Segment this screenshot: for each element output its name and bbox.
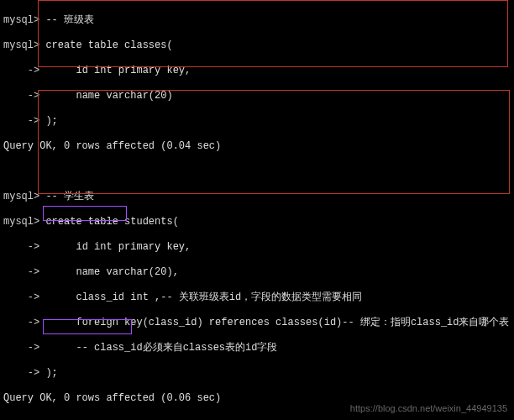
continuation-prompt: -> bbox=[3, 241, 45, 253]
mysql-prompt: mysql> bbox=[3, 216, 45, 228]
terminal-output: mysql> -- 班级表 mysql> create table classe… bbox=[0, 0, 514, 420]
sql-statement: foreign key(class_id) references classes… bbox=[45, 317, 509, 328]
continuation-prompt: -> bbox=[3, 266, 45, 278]
sql-statement: create table students( bbox=[45, 216, 178, 228]
continuation-prompt: -> bbox=[3, 65, 45, 76]
sql-statement: ); bbox=[45, 367, 57, 379]
sql-comment: -- 班级表 bbox=[45, 14, 94, 26]
query-result: Query OK, 0 rows affected (0.04 sec) bbox=[3, 140, 511, 153]
sql-statement: name varchar(20) bbox=[45, 90, 172, 102]
continuation-prompt: -> bbox=[3, 115, 45, 127]
sql-statement: id int primary key, bbox=[45, 241, 191, 253]
continuation-prompt: -> bbox=[3, 317, 45, 328]
sql-comment: -- class_id必须来自classes表的id字段 bbox=[45, 342, 277, 354]
mysql-prompt: mysql> bbox=[3, 39, 45, 51]
watermark-text: https://blog.csdn.net/weixin_44949135 bbox=[350, 403, 507, 415]
sql-comment: -- 学生表 bbox=[45, 191, 94, 202]
continuation-prompt: -> bbox=[3, 90, 45, 102]
sql-statement: create table classes( bbox=[45, 39, 172, 51]
continuation-prompt: -> bbox=[3, 291, 45, 303]
mysql-prompt: mysql> bbox=[3, 191, 45, 202]
continuation-prompt: -> bbox=[3, 367, 45, 379]
mysql-prompt: mysql> bbox=[3, 14, 45, 26]
sql-statement: ); bbox=[45, 115, 57, 127]
continuation-prompt: -> bbox=[3, 342, 45, 354]
sql-statement: class_id int ,-- 关联班级表id，字段的数据类型需要相同 bbox=[45, 291, 362, 303]
sql-statement: name varchar(20), bbox=[45, 266, 178, 278]
sql-statement: id int primary key, bbox=[45, 65, 191, 76]
